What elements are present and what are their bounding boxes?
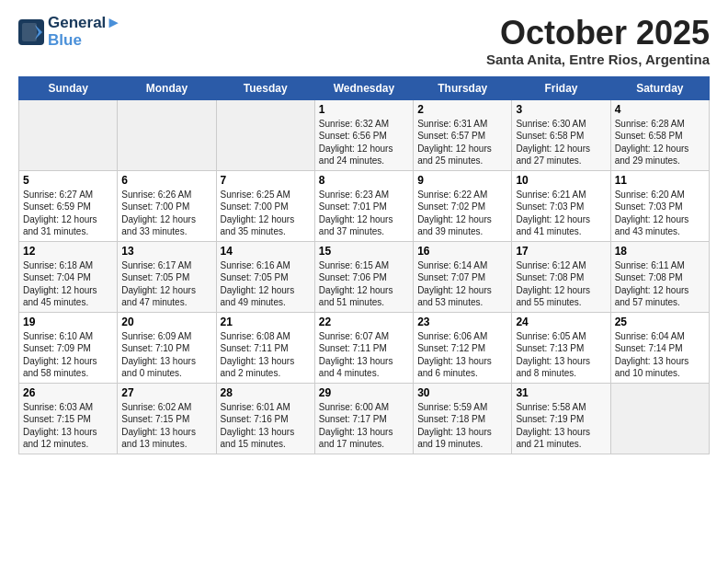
day-info: Sunrise: 6:03 AM Sunset: 7:15 PM Dayligh… (23, 401, 113, 451)
day-number: 4 (615, 103, 705, 116)
day-info: Sunrise: 6:17 AM Sunset: 7:05 PM Dayligh… (121, 259, 211, 309)
day-info: Sunrise: 6:02 AM Sunset: 7:15 PM Dayligh… (121, 401, 211, 451)
calendar-cell (216, 99, 314, 170)
day-number: 28 (221, 386, 311, 399)
day-number: 3 (516, 103, 606, 116)
day-number: 17 (516, 245, 606, 258)
day-info: Sunrise: 6:27 AM Sunset: 6:59 PM Dayligh… (23, 189, 113, 238)
calendar-cell: 30Sunrise: 5:59 AM Sunset: 7:18 PM Dayli… (414, 383, 512, 454)
calendar-table: SundayMondayTuesdayWednesdayThursdayFrid… (18, 76, 710, 454)
day-info: Sunrise: 6:12 AM Sunset: 7:08 PM Dayligh… (516, 259, 606, 309)
weekday-header-monday: Monday (118, 76, 216, 99)
day-info: Sunrise: 6:16 AM Sunset: 7:05 PM Dayligh… (221, 259, 311, 309)
calendar-cell: 23Sunrise: 6:06 AM Sunset: 7:12 PM Dayli… (414, 312, 512, 383)
day-info: Sunrise: 6:22 AM Sunset: 7:02 PM Dayligh… (417, 189, 507, 238)
calendar-cell: 19Sunrise: 6:10 AM Sunset: 7:09 PM Dayli… (19, 312, 118, 383)
logo-text: General► Blue (48, 15, 121, 49)
calendar-cell: 17Sunrise: 6:12 AM Sunset: 7:08 PM Dayli… (512, 241, 610, 312)
calendar-cell: 9Sunrise: 6:22 AM Sunset: 7:02 PM Daylig… (414, 170, 512, 241)
day-number: 30 (417, 386, 507, 399)
calendar-week-row: 1Sunrise: 6:32 AM Sunset: 6:56 PM Daylig… (19, 99, 710, 170)
calendar-cell: 24Sunrise: 6:05 AM Sunset: 7:13 PM Dayli… (512, 312, 610, 383)
calendar-cell (118, 99, 216, 170)
weekday-header-wednesday: Wednesday (314, 76, 413, 99)
day-number: 26 (23, 386, 113, 399)
day-number: 16 (417, 245, 507, 258)
day-info: Sunrise: 6:20 AM Sunset: 7:03 PM Dayligh… (615, 189, 705, 238)
calendar-cell: 7Sunrise: 6:25 AM Sunset: 7:00 PM Daylig… (216, 170, 314, 241)
day-info: Sunrise: 6:09 AM Sunset: 7:10 PM Dayligh… (121, 330, 211, 380)
calendar-week-row: 5Sunrise: 6:27 AM Sunset: 6:59 PM Daylig… (19, 170, 710, 241)
calendar-cell: 21Sunrise: 6:08 AM Sunset: 7:11 PM Dayli… (216, 312, 314, 383)
day-info: Sunrise: 6:11 AM Sunset: 7:08 PM Dayligh… (615, 259, 705, 309)
day-number: 18 (615, 245, 705, 258)
logo-icon (18, 19, 44, 45)
day-number: 8 (319, 174, 409, 187)
calendar-cell: 12Sunrise: 6:18 AM Sunset: 7:04 PM Dayli… (19, 241, 118, 312)
calendar-cell: 31Sunrise: 5:58 AM Sunset: 7:19 PM Dayli… (512, 383, 610, 454)
day-number: 31 (516, 386, 606, 399)
weekday-header-tuesday: Tuesday (216, 76, 314, 99)
calendar-cell: 25Sunrise: 6:04 AM Sunset: 7:14 PM Dayli… (610, 312, 709, 383)
day-info: Sunrise: 6:18 AM Sunset: 7:04 PM Dayligh… (23, 259, 113, 309)
calendar-week-row: 19Sunrise: 6:10 AM Sunset: 7:09 PM Dayli… (19, 312, 710, 383)
day-number: 11 (615, 174, 705, 187)
day-info: Sunrise: 6:08 AM Sunset: 7:11 PM Dayligh… (221, 330, 311, 380)
calendar-cell: 10Sunrise: 6:21 AM Sunset: 7:03 PM Dayli… (512, 170, 610, 241)
weekday-header-sunday: Sunday (19, 76, 118, 99)
day-number: 20 (121, 316, 211, 328)
day-number: 22 (319, 316, 409, 328)
day-info: Sunrise: 6:32 AM Sunset: 6:56 PM Dayligh… (319, 118, 409, 167)
day-info: Sunrise: 6:25 AM Sunset: 7:00 PM Dayligh… (221, 189, 311, 238)
calendar-week-row: 26Sunrise: 6:03 AM Sunset: 7:15 PM Dayli… (19, 383, 710, 454)
calendar-cell (19, 99, 118, 170)
day-info: Sunrise: 6:26 AM Sunset: 7:00 PM Dayligh… (121, 189, 211, 238)
month-title: October 2025 (486, 15, 710, 52)
calendar-cell: 15Sunrise: 6:15 AM Sunset: 7:06 PM Dayli… (314, 241, 413, 312)
day-info: Sunrise: 6:30 AM Sunset: 6:58 PM Dayligh… (516, 118, 606, 167)
day-number: 2 (417, 103, 507, 116)
calendar-cell: 1Sunrise: 6:32 AM Sunset: 6:56 PM Daylig… (314, 99, 413, 170)
day-info: Sunrise: 6:23 AM Sunset: 7:01 PM Dayligh… (319, 189, 409, 238)
calendar-cell (610, 383, 709, 454)
day-number: 12 (23, 245, 113, 258)
svg-rect-2 (22, 23, 37, 41)
day-number: 14 (221, 245, 311, 258)
calendar-page: General► Blue October 2025 Santa Anita, … (0, 0, 728, 563)
calendar-cell: 27Sunrise: 6:02 AM Sunset: 7:15 PM Dayli… (118, 383, 216, 454)
day-info: Sunrise: 5:58 AM Sunset: 7:19 PM Dayligh… (516, 401, 606, 451)
calendar-cell: 5Sunrise: 6:27 AM Sunset: 6:59 PM Daylig… (19, 170, 118, 241)
calendar-cell: 22Sunrise: 6:07 AM Sunset: 7:11 PM Dayli… (314, 312, 413, 383)
day-info: Sunrise: 6:10 AM Sunset: 7:09 PM Dayligh… (23, 330, 113, 380)
day-info: Sunrise: 5:59 AM Sunset: 7:18 PM Dayligh… (417, 401, 507, 451)
day-number: 25 (615, 316, 705, 328)
day-number: 23 (417, 316, 507, 328)
day-info: Sunrise: 6:05 AM Sunset: 7:13 PM Dayligh… (516, 330, 606, 380)
calendar-week-row: 12Sunrise: 6:18 AM Sunset: 7:04 PM Dayli… (19, 241, 710, 312)
logo: General► Blue (18, 15, 121, 49)
day-info: Sunrise: 6:01 AM Sunset: 7:16 PM Dayligh… (221, 401, 311, 451)
day-info: Sunrise: 6:00 AM Sunset: 7:17 PM Dayligh… (319, 401, 409, 451)
day-number: 7 (221, 174, 311, 187)
title-block: October 2025 Santa Anita, Entre Rios, Ar… (486, 15, 710, 67)
calendar-cell: 6Sunrise: 6:26 AM Sunset: 7:00 PM Daylig… (118, 170, 216, 241)
day-number: 9 (417, 174, 507, 187)
day-info: Sunrise: 6:07 AM Sunset: 7:11 PM Dayligh… (319, 330, 409, 380)
day-info: Sunrise: 6:31 AM Sunset: 6:57 PM Dayligh… (417, 118, 507, 167)
day-number: 1 (319, 103, 409, 116)
day-info: Sunrise: 6:21 AM Sunset: 7:03 PM Dayligh… (516, 189, 606, 238)
calendar-cell: 11Sunrise: 6:20 AM Sunset: 7:03 PM Dayli… (610, 170, 709, 241)
header: General► Blue October 2025 Santa Anita, … (18, 15, 710, 67)
weekday-header-row: SundayMondayTuesdayWednesdayThursdayFrid… (19, 76, 710, 99)
day-number: 19 (23, 316, 113, 328)
day-number: 21 (221, 316, 311, 328)
day-number: 6 (121, 174, 211, 187)
weekday-header-saturday: Saturday (610, 76, 709, 99)
day-info: Sunrise: 6:15 AM Sunset: 7:06 PM Dayligh… (319, 259, 409, 309)
day-info: Sunrise: 6:04 AM Sunset: 7:14 PM Dayligh… (615, 330, 705, 380)
calendar-cell: 2Sunrise: 6:31 AM Sunset: 6:57 PM Daylig… (414, 99, 512, 170)
weekday-header-thursday: Thursday (414, 76, 512, 99)
calendar-cell: 28Sunrise: 6:01 AM Sunset: 7:16 PM Dayli… (216, 383, 314, 454)
calendar-cell: 29Sunrise: 6:00 AM Sunset: 7:17 PM Dayli… (314, 383, 413, 454)
day-number: 5 (23, 174, 113, 187)
